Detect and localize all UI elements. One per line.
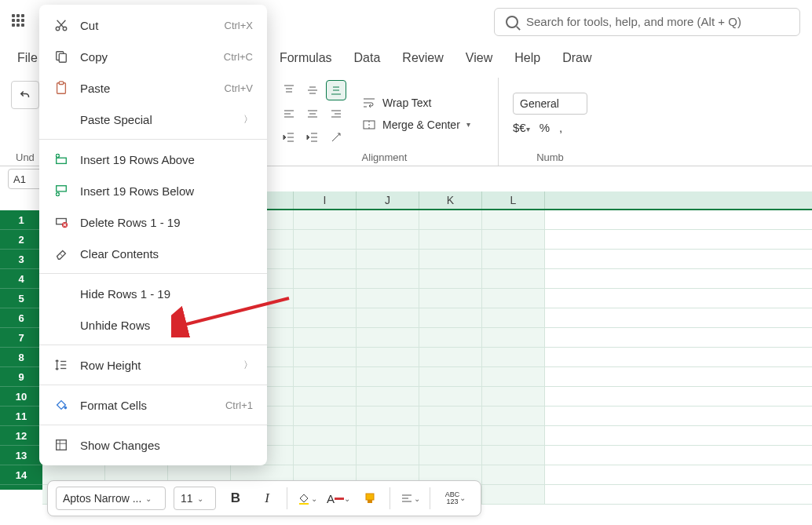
cell[interactable] — [419, 250, 482, 268]
align-right-button[interactable] — [326, 104, 346, 124]
cm-hide-rows[interactable]: Hide Rows 1 - 19 — [39, 278, 267, 309]
float-highlight-button[interactable] — [358, 487, 382, 510]
float-align-button[interactable]: ⌄ — [398, 487, 422, 510]
cell[interactable] — [294, 387, 357, 406]
cell[interactable] — [419, 446, 482, 465]
cell[interactable] — [294, 446, 357, 465]
cell[interactable] — [482, 230, 545, 249]
row-header[interactable]: 3 — [0, 250, 42, 269]
align-left-button[interactable] — [279, 104, 299, 124]
row-header[interactable]: 13 — [0, 446, 42, 465]
menu-review[interactable]: Review — [402, 51, 443, 65]
menu-draw[interactable]: Draw — [562, 51, 591, 65]
cell[interactable] — [294, 348, 357, 366]
wrap-text-button[interactable]: Wrap Text — [362, 96, 470, 110]
orientation-button[interactable] — [326, 127, 346, 148]
cell[interactable] — [482, 446, 545, 465]
cell[interactable] — [357, 387, 419, 406]
cell[interactable] — [419, 230, 482, 249]
cm-delete-rows[interactable]: Delete Rows 1 - 19 — [39, 206, 267, 238]
float-fill-button[interactable]: ⌄ — [295, 487, 319, 510]
menu-file[interactable]: File — [17, 51, 38, 65]
menu-data[interactable]: Data — [354, 51, 381, 65]
cm-insert-below[interactable]: Insert 19 Rows Below — [39, 175, 267, 206]
cell[interactable] — [357, 446, 419, 465]
cell[interactable] — [419, 308, 482, 327]
cell[interactable] — [419, 348, 482, 366]
cell[interactable] — [482, 407, 545, 425]
cell[interactable] — [419, 367, 482, 386]
float-font-select[interactable]: Aptos Narrow ...⌄ — [56, 487, 166, 510]
menu-view[interactable]: View — [466, 51, 492, 65]
menu-help[interactable]: Help — [514, 51, 540, 65]
row-header[interactable]: 11 — [0, 407, 42, 426]
cell[interactable] — [419, 269, 482, 288]
row-header[interactable]: 4 — [0, 269, 42, 289]
cell[interactable] — [357, 407, 419, 425]
cell[interactable] — [482, 485, 545, 504]
search-input[interactable]: Search for tools, help, and more (Alt + … — [494, 8, 800, 36]
row-header[interactable]: 9 — [0, 367, 42, 387]
currency-button[interactable]: $€▾ — [513, 121, 530, 134]
row-header[interactable]: 5 — [0, 289, 42, 308]
cell[interactable] — [419, 387, 482, 406]
align-top-button[interactable] — [279, 80, 299, 100]
cell[interactable] — [294, 407, 357, 425]
cell[interactable] — [294, 269, 357, 288]
cell[interactable] — [357, 426, 419, 445]
cell[interactable] — [419, 289, 482, 308]
merge-center-button[interactable]: Merge & Center▾ — [362, 118, 470, 132]
cell[interactable] — [482, 210, 545, 229]
cell[interactable] — [294, 328, 357, 347]
float-font-color-button[interactable]: A⌄ — [327, 487, 350, 510]
cm-clear[interactable]: Clear Contents — [39, 238, 267, 269]
cell[interactable] — [294, 210, 357, 229]
row-header[interactable]: 2 — [0, 230, 42, 250]
cell[interactable] — [357, 269, 419, 288]
cell[interactable] — [419, 210, 482, 229]
cell[interactable] — [482, 308, 545, 327]
cell[interactable] — [482, 426, 545, 445]
row-header[interactable]: 14 — [0, 465, 42, 485]
column-header[interactable]: I — [294, 191, 357, 209]
cm-row-height[interactable]: Row Height 〉 — [39, 349, 267, 381]
row-header[interactable]: 1 — [0, 210, 42, 230]
cell[interactable] — [482, 250, 545, 268]
cell[interactable] — [357, 308, 419, 327]
cell[interactable] — [482, 465, 545, 484]
cell[interactable] — [419, 426, 482, 445]
cell[interactable] — [419, 407, 482, 425]
cm-copy[interactable]: Copy Ctrl+C — [39, 41, 267, 72]
align-middle-button[interactable] — [302, 80, 323, 100]
cm-cut[interactable]: Cut Ctrl+X — [39, 9, 267, 41]
float-italic-button[interactable]: I — [255, 487, 279, 510]
cell[interactable] — [294, 250, 357, 268]
cell[interactable] — [357, 250, 419, 268]
cell[interactable] — [357, 210, 419, 229]
row-header[interactable]: 6 — [0, 308, 42, 328]
comma-button[interactable]: , — [559, 121, 562, 134]
cell[interactable] — [419, 328, 482, 347]
align-bottom-button[interactable] — [326, 80, 346, 100]
cell[interactable] — [482, 269, 545, 288]
row-header[interactable]: 15 — [0, 485, 42, 505]
cell[interactable] — [294, 308, 357, 327]
cell[interactable] — [482, 328, 545, 347]
column-header[interactable]: K — [419, 191, 482, 209]
number-format-select[interactable]: General — [513, 93, 587, 115]
cm-paste-special[interactable]: Paste Special 〉 — [39, 104, 267, 135]
column-header[interactable]: L — [482, 191, 545, 209]
cell[interactable] — [357, 348, 419, 366]
cell[interactable] — [357, 289, 419, 308]
cm-format-cells[interactable]: Format Cells Ctrl+1 — [39, 389, 267, 421]
cell[interactable] — [294, 367, 357, 386]
cell[interactable] — [294, 230, 357, 249]
cm-paste[interactable]: Paste Ctrl+V — [39, 72, 267, 104]
float-bold-button[interactable]: B — [224, 487, 247, 510]
cm-show-changes[interactable]: Show Changes — [39, 429, 267, 461]
cell[interactable] — [294, 426, 357, 445]
row-header[interactable]: 7 — [0, 328, 42, 348]
menu-formulas[interactable]: Formulas — [280, 51, 332, 65]
cell[interactable] — [482, 348, 545, 366]
cell[interactable] — [294, 289, 357, 308]
